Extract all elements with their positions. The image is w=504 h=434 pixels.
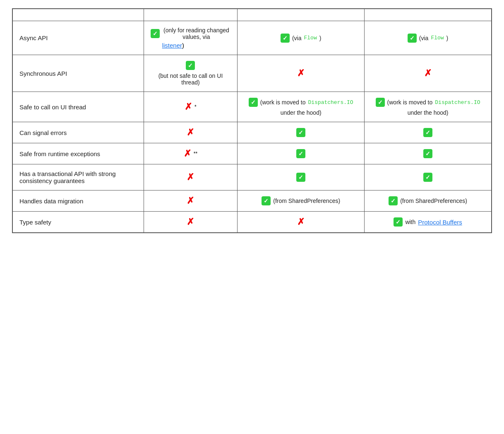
cell-text-after: under the hood)	[281, 109, 322, 116]
feature-name-cell: Can signal errors	[13, 122, 144, 143]
table-cell: ✓	[365, 164, 492, 190]
cell-content: ✓	[244, 149, 358, 158]
check-icon: ✓	[423, 149, 432, 158]
table-cell: ✓	[238, 164, 365, 190]
cross-icon: ✗	[187, 217, 194, 227]
cell-content: ✓	[371, 128, 485, 137]
table-cell: ✗*	[144, 92, 238, 122]
table-row: Safe to call on UI thread✗*✓(work is mov…	[13, 92, 492, 122]
cell-content: ✗**	[151, 149, 231, 158]
table-cell: ✓(via Flow)	[365, 21, 492, 55]
cell-text: (via	[292, 35, 302, 41]
cell-content: ✗	[151, 173, 231, 182]
cell-content: ✓(via Flow)	[371, 34, 485, 43]
feature-name-cell: Has a transactional API with strong cons…	[13, 164, 144, 190]
cross-icon: ✗	[187, 196, 194, 205]
cell-content: ✓(via Flow)	[244, 34, 358, 43]
table-cell: ✗**	[144, 143, 238, 164]
header-proto-datastore	[365, 9, 492, 21]
table-cell: ✓(via Flow)	[238, 21, 365, 55]
table-row: Handles data migration✗✓(from SharedPref…	[13, 190, 492, 212]
check-icon: ✓	[389, 196, 398, 205]
listener-link[interactable]: listener	[162, 42, 182, 49]
cross-icon: ✗	[184, 149, 191, 158]
cell-content: ✓	[371, 149, 485, 158]
cell-text: (work is moved to	[387, 99, 433, 106]
table-cell: ✓(work is moved toDispatchers.IOunder th…	[365, 92, 492, 122]
check-icon: ✓	[296, 128, 305, 137]
cell-content: ✓	[244, 173, 358, 182]
check-icon: ✓	[151, 29, 160, 38]
feature-name-cell: Handles data migration	[13, 190, 144, 212]
table-cell: ✓(from SharedPreferences)	[238, 190, 365, 212]
table-cell: ✗	[238, 212, 365, 233]
code-text: Flow	[431, 35, 444, 41]
table-cell: ✓(from SharedPreferences)	[365, 190, 492, 212]
cell-text: with	[405, 219, 415, 225]
table-cell: ✓with Protocol Buffers	[365, 212, 492, 233]
table-cell: ✗	[144, 164, 238, 190]
cell-text-after: )	[446, 35, 449, 41]
cross-icon: ✗	[424, 69, 432, 78]
table-cell: ✓	[365, 143, 492, 164]
table-row: Synchronous API✓(but not safe to call on…	[13, 55, 492, 92]
header-pref-datastore	[238, 9, 365, 21]
table-row: Has a transactional API with strong cons…	[13, 164, 492, 190]
cell-content: ✓(from SharedPreferences)	[244, 196, 358, 205]
feature-name-cell: Async API	[13, 21, 144, 55]
check-icon: ✓	[296, 149, 305, 158]
check-icon: ✓	[281, 34, 290, 43]
cross-icon: ✗	[297, 69, 305, 78]
cross-icon: ✗	[187, 173, 194, 182]
cell-text: (from SharedPreferences)	[400, 198, 467, 204]
table-cell: ✗	[144, 122, 238, 143]
cell-text: (but not safe to call on UI thread)	[151, 72, 231, 86]
footnote-sup: **	[194, 151, 197, 157]
protocol-buffers-link[interactable]: Protocol Buffers	[418, 219, 462, 226]
check-icon: ✓	[423, 173, 432, 182]
code-text: Dispatchers.IO	[308, 99, 353, 106]
cell-content: ✓(work is moved toDispatchers.IOunder th…	[371, 98, 485, 116]
cell-content: ✗	[151, 196, 231, 205]
table-cell: ✗	[238, 55, 365, 92]
table-row: Async API✓(only for reading changed valu…	[13, 21, 492, 55]
feature-name-cell: Synchronous API	[13, 55, 144, 92]
cell-content: ✗	[151, 217, 231, 227]
table-cell: ✗	[144, 212, 238, 233]
cell-content: ✗	[151, 128, 231, 137]
cross-icon: ✗	[185, 102, 192, 111]
table-row: Safe from runtime exceptions✗**✓✓	[13, 143, 492, 164]
cell-text: (from SharedPreferences)	[273, 198, 340, 204]
cell-content: ✓(but not safe to call on UI thread)	[151, 61, 231, 86]
footnote-sup: *	[194, 104, 197, 110]
header-feature	[13, 9, 144, 21]
check-icon: ✓	[296, 173, 305, 182]
check-icon: ✓	[376, 98, 385, 107]
check-icon: ✓	[249, 98, 258, 107]
cell-content: ✓(work is moved toDispatchers.IOunder th…	[244, 98, 358, 116]
cell-content: ✓	[244, 128, 358, 137]
table-cell: ✓(but not safe to call on UI thread)	[144, 55, 238, 92]
cell-content: ✗	[244, 217, 358, 227]
cell-content: ✗	[244, 69, 358, 78]
table-cell: ✓	[238, 122, 365, 143]
cell-text: (via	[419, 35, 429, 41]
cell-content: ✓	[371, 173, 485, 182]
cell-content: ✓with Protocol Buffers	[371, 217, 485, 227]
header-shared-pref	[144, 9, 238, 21]
cell-text-after: )	[319, 35, 322, 41]
feature-name-cell: Type safety	[13, 212, 144, 233]
table-cell: ✗	[144, 190, 238, 212]
cross-icon: ✗	[297, 217, 305, 227]
cell-content: ✗*	[151, 102, 231, 111]
table-cell: ✓	[365, 122, 492, 143]
feature-name-cell: Safe to call on UI thread	[13, 92, 144, 122]
cell-content: ✓(from SharedPreferences)	[371, 196, 485, 205]
check-icon: ✓	[394, 217, 403, 227]
close-paren: )	[182, 42, 184, 49]
check-icon: ✓	[262, 196, 271, 205]
comparison-table: Async API✓(only for reading changed valu…	[12, 8, 492, 233]
cell-content: ✗	[371, 69, 485, 78]
table-cell: ✓(only for reading changed values, via l…	[144, 21, 238, 55]
cell-text: (only for reading changed values, via	[162, 27, 231, 40]
